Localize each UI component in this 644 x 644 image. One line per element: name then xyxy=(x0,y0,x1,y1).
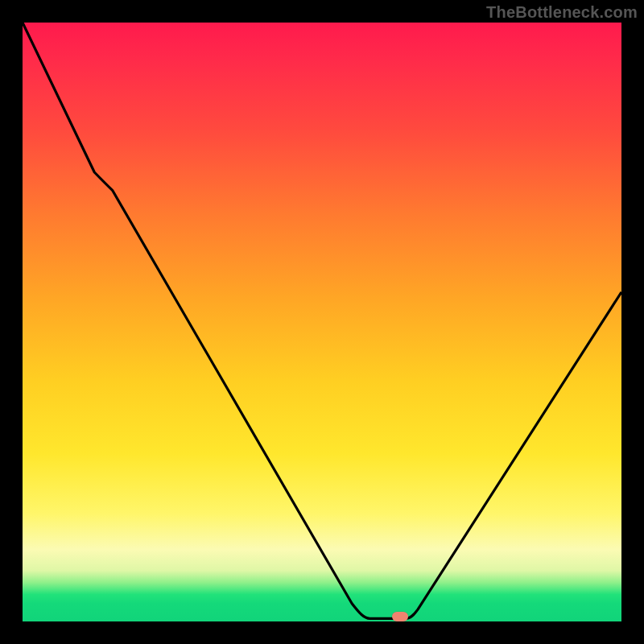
chart-container: TheBottleneck.com xyxy=(0,0,644,644)
plot-area xyxy=(23,23,621,621)
minimum-marker xyxy=(392,612,408,621)
bottleneck-curve xyxy=(23,23,621,621)
watermark-text: TheBottleneck.com xyxy=(486,3,638,22)
